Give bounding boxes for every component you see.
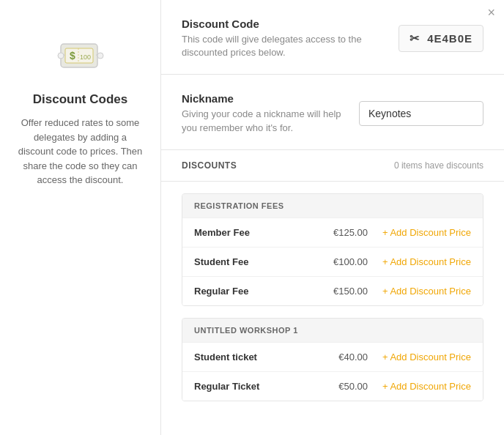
fee-right-regular: €150.00 + Add Discount Price	[333, 286, 471, 297]
nickname-section: Nickname Giving your code a nickname wil…	[161, 75, 504, 149]
fee-row-student-ticket: Student ticket €40.00 + Add Discount Pri…	[182, 342, 483, 371]
add-discount-member-button[interactable]: + Add Discount Price	[382, 227, 471, 238]
fee-right-regular-ticket: €50.00 + Add Discount Price	[338, 381, 471, 392]
discounts-title: DISCOUNTS	[182, 160, 237, 171]
svg-point-8	[97, 53, 103, 59]
sidebar: $ 100 Discount Codes Offer reduced rates…	[0, 0, 161, 435]
sidebar-title: Discount Codes	[33, 92, 127, 107]
nickname-row: Nickname Giving your code a nickname wil…	[182, 92, 483, 134]
fee-group-workshop: UNTITLED WORKSHOP 1 Student ticket €40.0…	[182, 318, 483, 401]
fee-name-regular-ticket: Regular Ticket	[194, 381, 259, 392]
discount-code-text-block: Discount Code This code will give delega…	[182, 18, 399, 59]
discount-code-section: Discount Code This code will give delega…	[161, 0, 504, 75]
scissors-icon: ✂	[410, 31, 420, 45]
nickname-description: Giving your code a nickname will help yo…	[182, 108, 359, 134]
fee-row-regular-ticket: Regular Ticket €50.00 + Add Discount Pri…	[182, 371, 483, 401]
fee-amount-student: €100.00	[333, 256, 368, 267]
close-button[interactable]: ×	[487, 6, 495, 19]
nickname-label: Nickname	[182, 92, 359, 105]
fee-amount-regular-ticket: €50.00	[338, 381, 368, 392]
discount-codes-icon: $ 100	[55, 29, 106, 81]
fee-group-workshop-header: UNTITLED WORKSHOP 1	[182, 319, 483, 342]
fee-right-member: €125.00 + Add Discount Price	[333, 227, 471, 238]
main-content: Discount Code This code will give delega…	[161, 0, 504, 435]
add-discount-student-ticket-button[interactable]: + Add Discount Price	[382, 352, 471, 362]
nickname-input[interactable]	[359, 101, 483, 126]
fee-group-registration: REGISTRATION FEES Member Fee €125.00 + A…	[182, 193, 483, 306]
main-panel: × Discount Code This code will give dele…	[161, 0, 504, 435]
fee-row-student: Student Fee €100.00 + Add Discount Price	[182, 247, 483, 276]
fee-row-member: Member Fee €125.00 + Add Discount Price	[182, 218, 483, 247]
fee-name-member: Member Fee	[194, 227, 250, 238]
fee-amount-student-ticket: €40.00	[338, 352, 368, 362]
nickname-text-block: Nickname Giving your code a nickname wil…	[182, 92, 359, 134]
discount-code-label: Discount Code	[182, 18, 399, 30]
fee-name-regular: Regular Fee	[194, 286, 248, 297]
fee-row-regular: Regular Fee €150.00 + Add Discount Price	[182, 276, 483, 305]
discount-code-display[interactable]: ✂ 4E4B0E	[399, 25, 483, 52]
fee-right-student: €100.00 + Add Discount Price	[333, 256, 471, 267]
fee-name-student: Student Fee	[194, 256, 248, 267]
add-discount-student-button[interactable]: + Add Discount Price	[382, 256, 471, 267]
discount-code-description: This code will give delegates access to …	[182, 33, 399, 59]
add-discount-regular-button[interactable]: + Add Discount Price	[382, 286, 471, 297]
fee-amount-regular: €150.00	[333, 286, 368, 297]
code-value: 4E4B0E	[427, 32, 472, 45]
svg-point-7	[58, 53, 64, 59]
fee-right-student-ticket: €40.00 + Add Discount Price	[338, 352, 471, 362]
fee-group-registration-header: REGISTRATION FEES	[182, 194, 483, 218]
sidebar-description: Offer reduced rates to some delegates by…	[15, 116, 146, 187]
fee-name-student-ticket: Student ticket	[194, 352, 257, 362]
code-row: Discount Code This code will give delega…	[182, 18, 483, 59]
discounts-count: 0 items have discounts	[394, 160, 483, 171]
add-discount-regular-ticket-button[interactable]: + Add Discount Price	[382, 381, 471, 392]
svg-text:$: $	[70, 50, 75, 62]
discounts-header: DISCOUNTS 0 items have discounts	[161, 150, 504, 182]
fee-amount-member: €125.00	[333, 227, 368, 238]
svg-text:100: 100	[80, 53, 91, 61]
